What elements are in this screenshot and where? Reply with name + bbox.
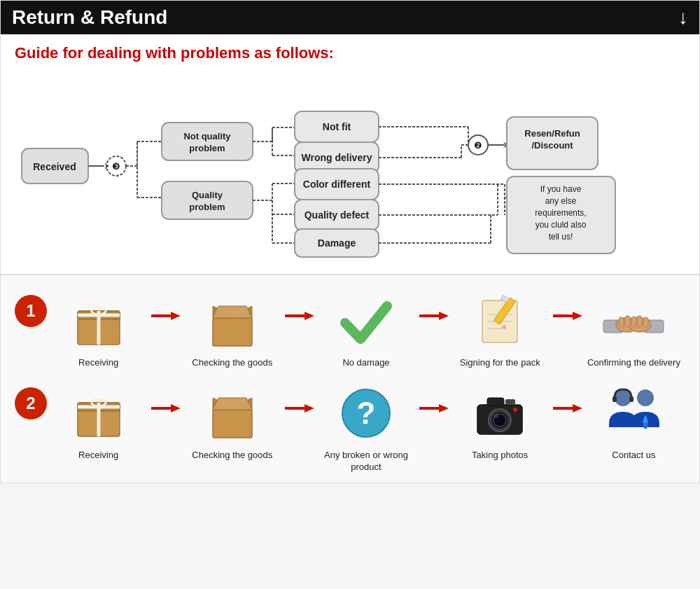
svg-marker-86 — [573, 312, 582, 320]
camera-icon — [467, 380, 533, 447]
svg-marker-102 — [171, 404, 181, 413]
checking-1-label: Checking the goods — [192, 357, 272, 369]
svg-text:tell us!: tell us! — [549, 232, 573, 242]
svg-rect-93 — [631, 317, 636, 327]
svg-rect-70 — [213, 318, 252, 346]
svg-rect-91 — [619, 317, 624, 327]
contact-us-label: Contact us — [612, 450, 655, 462]
arrow-2-3 — [418, 380, 449, 415]
arrow-2-2 — [284, 380, 314, 415]
down-arrow-icon: ↓ — [678, 6, 688, 29]
svg-point-126 — [637, 389, 654, 406]
process-2-steps: Receiving — [47, 380, 685, 473]
svg-text:any else: any else — [545, 196, 577, 206]
step-receiving-2: Receiving — [47, 380, 150, 462]
svg-marker-5 — [104, 162, 109, 169]
process-section: 1 Receiving — [1, 274, 699, 483]
broken-wrong-label: Any broken or wrong product — [314, 450, 417, 473]
svg-text:Color different: Color different — [303, 179, 371, 190]
svg-marker-73 — [213, 306, 252, 318]
flowchart-svg: Received ❸ Not quality problem Quality p… — [15, 75, 694, 264]
svg-marker-108 — [304, 404, 314, 413]
svg-text:Resen/Refun: Resen/Refun — [524, 128, 580, 139]
receiving-1-label: Receiving — [78, 357, 118, 369]
receiving-2-label: Receiving — [78, 450, 118, 462]
svg-rect-103 — [213, 410, 252, 438]
svg-text:❷: ❷ — [474, 140, 482, 151]
svg-text:Not quality: Not quality — [183, 131, 231, 141]
svg-text:❸: ❸ — [112, 161, 120, 172]
svg-text:requirements,: requirements, — [535, 208, 586, 218]
confirming-label: Confirming the delivery — [587, 357, 680, 369]
arrow-1-3 — [418, 288, 449, 323]
step-receiving-1: Receiving — [47, 288, 150, 369]
arrow-2-1 — [150, 380, 181, 415]
process-row-1: 1 Receiving — [1, 282, 699, 375]
svg-text:Not fit: Not fit — [323, 121, 351, 132]
contact-icon — [601, 380, 667, 447]
svg-rect-118 — [487, 398, 504, 406]
arrow-1-4 — [552, 288, 582, 323]
svg-marker-112 — [439, 404, 449, 413]
svg-text:?: ? — [357, 396, 376, 430]
step-signing: Signing for the pack — [449, 288, 552, 369]
step-checking-1: Checking the goods — [181, 288, 284, 369]
svg-text:problem: problem — [189, 143, 225, 153]
svg-point-119 — [513, 408, 517, 412]
handshake-icon — [601, 288, 667, 354]
svg-marker-75 — [304, 312, 314, 320]
process-1-steps: Receiving — [47, 288, 685, 369]
receiving-box-2-icon — [65, 380, 132, 447]
checking-box-icon — [199, 288, 265, 354]
svg-rect-124 — [612, 396, 617, 402]
arrow-2-4 — [552, 380, 582, 415]
arrow-1-2 — [284, 288, 314, 323]
process-row-2: 2 Receiving — [1, 375, 699, 479]
svg-text:you cluld also: you cluld also — [536, 220, 587, 230]
step-confirming: Confirming the delivery — [582, 288, 685, 369]
svg-text:Damage: Damage — [318, 237, 356, 249]
step-broken-wrong: ? Any broken or wrong product — [314, 380, 417, 473]
svg-text:If you have: If you have — [540, 184, 582, 194]
svg-rect-15 — [162, 181, 253, 219]
no-damage-label: No damage — [342, 357, 389, 369]
svg-rect-95 — [637, 316, 642, 327]
header: Return & Refund ↓ — [1, 1, 699, 34]
step-1-number: 1 — [15, 295, 47, 327]
main-container: Return & Refund ↓ Guide for dealing with… — [0, 0, 700, 483]
svg-text:Quality: Quality — [192, 190, 223, 200]
svg-marker-122 — [573, 404, 582, 413]
step-checking-2: Checking the goods — [181, 380, 284, 462]
signing-icon — [467, 288, 533, 354]
receiving-box-icon — [65, 288, 132, 354]
checking-box-2-icon — [199, 380, 265, 447]
svg-rect-12 — [162, 123, 253, 160]
svg-rect-120 — [505, 399, 515, 405]
svg-text:/Discount: /Discount — [531, 140, 573, 151]
page-title: Return & Refund — [12, 6, 167, 29]
signing-label: Signing for the pack — [460, 357, 540, 369]
svg-marker-77 — [439, 312, 449, 320]
svg-rect-125 — [629, 396, 634, 402]
flowchart-section: Received ❸ Not quality problem Quality p… — [1, 68, 699, 274]
svg-text:Wrong delivery: Wrong delivery — [302, 152, 372, 163]
question-mark-icon: ? — [333, 380, 400, 447]
svg-text:Received: Received — [33, 161, 76, 172]
svg-rect-92 — [625, 316, 630, 327]
step-2-number: 2 — [15, 387, 47, 420]
step-taking-photos: Taking photos — [449, 380, 552, 462]
checking-2-label: Checking the goods — [192, 450, 272, 462]
guide-subtitle: Guide for dealing with problems as follo… — [1, 34, 699, 68]
step-contact-us: Contact us — [582, 380, 685, 462]
svg-point-117 — [494, 414, 498, 418]
svg-text:problem: problem — [189, 202, 225, 212]
svg-text:Quality defect: Quality defect — [304, 209, 370, 221]
step-no-damage: No damage — [314, 288, 417, 369]
taking-photos-label: Taking photos — [472, 450, 528, 462]
svg-rect-94 — [643, 317, 648, 327]
svg-marker-69 — [171, 312, 181, 320]
arrow-1-1 — [150, 288, 181, 323]
checkmark-icon — [333, 288, 400, 354]
svg-marker-106 — [213, 398, 252, 410]
